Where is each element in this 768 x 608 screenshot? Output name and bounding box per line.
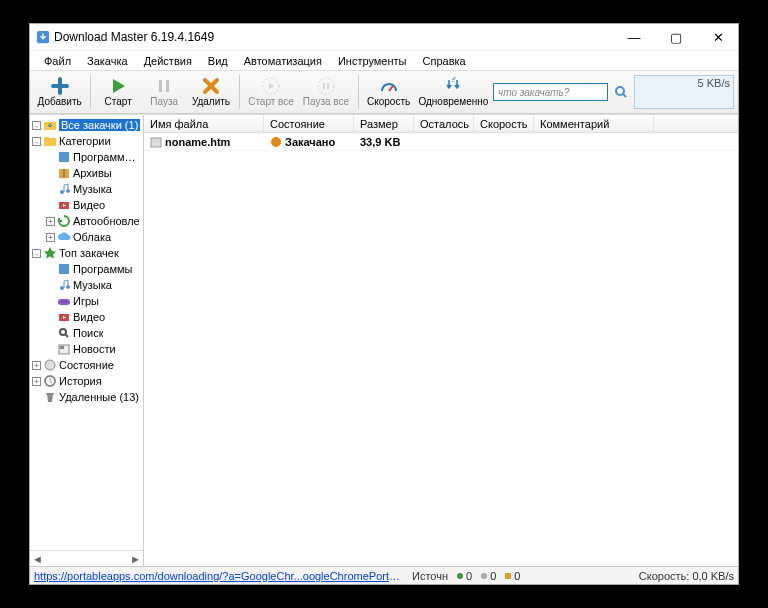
menu-file[interactable]: Файл — [36, 53, 79, 69]
gauge-icon — [380, 77, 398, 95]
tree-item-0[interactable]: -Все закачки (1) — [30, 117, 143, 133]
expand-icon[interactable]: + — [32, 377, 41, 386]
expand-icon — [46, 185, 55, 194]
menu-view[interactable]: Вид — [200, 53, 236, 69]
expand-icon[interactable]: - — [32, 249, 41, 258]
column-2[interactable]: Размер — [354, 115, 414, 132]
pause-button[interactable]: Пауза — [142, 73, 186, 111]
table-row[interactable]: noname.htmЗакачано33,9 KB — [144, 133, 738, 151]
status-paused: 0 — [480, 570, 496, 582]
separator — [239, 75, 240, 109]
menubar: Файл Закачка Действия Вид Автоматизация … — [30, 50, 738, 70]
tree-label: История — [59, 375, 102, 387]
tree-item-5[interactable]: Видео — [30, 197, 143, 213]
svg-rect-10 — [44, 138, 56, 146]
tree-label: Игры — [73, 295, 99, 307]
svg-rect-28 — [46, 393, 54, 395]
search-input[interactable] — [493, 83, 608, 101]
pause-all-icon — [317, 77, 335, 95]
tree-item-11[interactable]: Игры — [30, 293, 143, 309]
svg-rect-25 — [60, 346, 64, 349]
start-all-button[interactable]: Старт все — [245, 73, 298, 111]
menu-download[interactable]: Закачка — [79, 53, 136, 69]
svg-rect-33 — [505, 573, 511, 579]
expand-icon[interactable]: - — [32, 137, 41, 146]
video-icon — [57, 198, 71, 212]
plus-icon — [51, 77, 69, 95]
close-button[interactable]: ✕ — [704, 28, 732, 46]
tree-item-14[interactable]: Новости — [30, 341, 143, 357]
download-list: noname.htmЗакачано33,9 KB — [144, 133, 738, 566]
music-icon — [57, 182, 71, 196]
svg-rect-29 — [151, 138, 161, 147]
expand-icon — [46, 265, 55, 274]
play-all-icon — [262, 77, 280, 95]
column-5[interactable]: Комментарий — [534, 115, 654, 132]
tree-label: Программы (1 — [73, 151, 143, 163]
expand-icon — [46, 297, 55, 306]
tree-item-16[interactable]: +История — [30, 373, 143, 389]
play-icon — [109, 77, 127, 95]
expand-icon — [46, 281, 55, 290]
start-button[interactable]: Старт — [96, 73, 140, 111]
maximize-button[interactable]: ▢ — [662, 28, 690, 46]
status-speed: Скорость: 0,0 KB/s — [639, 570, 734, 582]
svg-rect-1 — [159, 80, 162, 92]
tree-item-1[interactable]: -Категории — [30, 133, 143, 149]
tree-item-3[interactable]: Архивы — [30, 165, 143, 181]
folder-dl-icon — [43, 118, 57, 132]
cell-state: Закачано — [264, 136, 354, 148]
tree-item-15[interactable]: +Состояние — [30, 357, 143, 373]
menu-automation[interactable]: Автоматизация — [236, 53, 330, 69]
search-icon[interactable] — [614, 85, 628, 99]
tree-item-10[interactable]: Музыка — [30, 277, 143, 293]
menu-tools[interactable]: Инструменты — [330, 53, 415, 69]
svg-text:?: ? — [450, 77, 456, 84]
tree-item-6[interactable]: +Автообновле — [30, 213, 143, 229]
expand-icon — [46, 153, 55, 162]
star-icon — [43, 246, 57, 260]
pause-all-button[interactable]: Пауза все — [299, 73, 352, 111]
svg-rect-21 — [58, 299, 70, 305]
column-1[interactable]: Состояние — [264, 115, 354, 132]
tree-item-9[interactable]: Программы — [30, 261, 143, 277]
expand-icon[interactable]: + — [46, 217, 55, 226]
tree-item-2[interactable]: Программы (1 — [30, 149, 143, 165]
menu-help[interactable]: Справка — [415, 53, 474, 69]
tree-item-13[interactable]: Поиск — [30, 325, 143, 341]
tree-item-12[interactable]: Видео — [30, 309, 143, 325]
tree-label: Поиск — [73, 327, 103, 339]
expand-icon — [46, 169, 55, 178]
sidebar-scrollbar[interactable]: ◄► — [30, 550, 143, 566]
delete-button[interactable]: Удалить — [188, 73, 234, 111]
sidebar: -Все закачки (1)-КатегорииПрограммы (1Ар… — [30, 115, 144, 566]
simultaneous-button[interactable]: ? Одновременно — [416, 73, 491, 111]
svg-point-26 — [45, 360, 55, 370]
history-icon — [43, 374, 57, 388]
column-3[interactable]: Осталось — [414, 115, 474, 132]
column-0[interactable]: Имя файла — [144, 115, 264, 132]
menu-actions[interactable]: Действия — [136, 53, 200, 69]
expand-icon — [46, 329, 55, 338]
column-header: Имя файлаСостояниеРазмерОсталосьСкорость… — [144, 115, 738, 133]
minimize-button[interactable]: — — [620, 28, 648, 46]
tree-item-8[interactable]: -Топ закачек — [30, 245, 143, 261]
column-4[interactable]: Скорость — [474, 115, 534, 132]
add-button[interactable]: Добавить — [34, 73, 85, 111]
expand-icon — [32, 393, 41, 402]
toolbar: Добавить Старт Пауза Удалить Старт все П… — [30, 70, 738, 114]
tree-item-4[interactable]: Музыка — [30, 181, 143, 197]
music-icon — [57, 278, 71, 292]
status-url[interactable]: https://portableapps.com/downloading/?a=… — [34, 570, 404, 582]
expand-icon[interactable]: + — [46, 233, 55, 242]
status-src-label: Источн — [412, 570, 448, 582]
simultaneous-icon: ? — [444, 77, 462, 95]
status-queued: 0 — [504, 570, 520, 582]
tree-item-17[interactable]: Удаленные (13) — [30, 389, 143, 405]
expand-icon[interactable]: - — [32, 121, 41, 130]
tree-item-7[interactable]: +Облака — [30, 229, 143, 245]
search-icon — [57, 326, 71, 340]
expand-icon — [46, 201, 55, 210]
speed-button[interactable]: Скорость — [363, 73, 413, 111]
expand-icon[interactable]: + — [32, 361, 41, 370]
